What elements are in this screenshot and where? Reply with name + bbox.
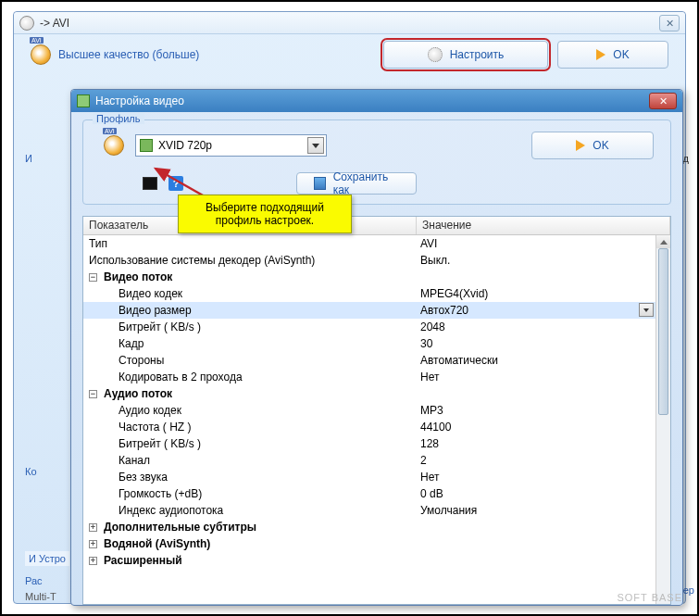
grid-row[interactable]: Видео кодекMPEG4(Xvid) bbox=[83, 285, 655, 302]
bg-text: И bbox=[25, 153, 32, 164]
row-value: 128 bbox=[417, 435, 655, 452]
arrow-right-icon bbox=[596, 49, 605, 60]
row-value: 2048 bbox=[417, 319, 655, 335]
row-value: MPEG4(Xvid) bbox=[417, 285, 655, 302]
row-key: Расширенный bbox=[104, 552, 182, 569]
row-key: Водяной (AviSynth) bbox=[104, 535, 210, 552]
avi-format-icon bbox=[104, 135, 124, 156]
profile-legend: Профиль bbox=[93, 113, 144, 124]
grid-row[interactable]: +Расширенный bbox=[83, 552, 655, 569]
tooltip-callout: Выберите подходящий профиль настроек. bbox=[178, 195, 352, 233]
gear-icon bbox=[19, 16, 34, 31]
expander-icon[interactable]: + bbox=[89, 523, 97, 532]
grid-row[interactable]: −Аудио поток bbox=[83, 385, 655, 402]
row-key: Битрейт ( KB/s ) bbox=[119, 435, 201, 452]
row-value: Нет bbox=[417, 469, 655, 485]
parent-ok-button[interactable]: OK bbox=[557, 41, 668, 69]
row-value bbox=[417, 269, 655, 285]
row-value bbox=[417, 385, 655, 402]
row-key: Кодировать в 2 прохода bbox=[119, 369, 243, 385]
row-key: Индекс аудиопотока bbox=[119, 502, 223, 519]
chevron-down-icon[interactable] bbox=[639, 303, 654, 317]
grid-row[interactable]: Использование системы декодер (AviSynth)… bbox=[83, 252, 655, 269]
row-key: Аудио поток bbox=[104, 385, 172, 402]
row-key: Громкость (+dB) bbox=[119, 485, 202, 502]
quality-label: Высшее качество (больше) bbox=[58, 48, 199, 61]
bg-text: Рас bbox=[25, 575, 43, 586]
grid-row[interactable]: Видео размерАвтох720 bbox=[83, 302, 655, 319]
row-value: Автоматически bbox=[417, 352, 655, 369]
child-title: Настройка видео bbox=[95, 94, 184, 107]
expander-icon[interactable]: + bbox=[89, 557, 97, 565]
row-key: Частота ( HZ ) bbox=[119, 419, 191, 435]
chevron-down-icon[interactable] bbox=[307, 137, 324, 154]
grid-row[interactable]: −Видео поток bbox=[83, 269, 655, 285]
callout-line2: профиль настроек. bbox=[186, 214, 343, 227]
row-value: MP3 bbox=[417, 402, 655, 419]
video-icon bbox=[77, 94, 90, 107]
grid-row[interactable]: Без звукаНет bbox=[83, 469, 655, 485]
vertical-scrollbar[interactable] bbox=[655, 235, 670, 604]
row-key: Кадр bbox=[119, 335, 144, 352]
expander-icon[interactable]: − bbox=[89, 390, 97, 398]
row-value: 30 bbox=[417, 335, 655, 352]
row-value: Умолчания bbox=[417, 502, 655, 519]
avi-format-icon bbox=[31, 44, 51, 65]
grid-row[interactable]: ТипAVI bbox=[83, 235, 655, 252]
row-key: Канал bbox=[119, 452, 150, 469]
row-key: Видео кодек bbox=[119, 285, 182, 302]
grid-row[interactable]: Аудио кодекMP3 bbox=[83, 402, 655, 419]
row-key: Тип bbox=[89, 235, 107, 252]
scroll-up-icon[interactable] bbox=[656, 235, 670, 248]
parent-close-button[interactable]: ✕ bbox=[659, 15, 680, 31]
grid-row[interactable]: Канал2 bbox=[83, 452, 655, 469]
grid-row[interactable]: Битрейт ( KB/s )2048 bbox=[83, 319, 655, 335]
grid-row[interactable]: СтороныАвтоматически bbox=[83, 352, 655, 369]
bg-text: Multi-T bbox=[25, 591, 56, 602]
grid-row[interactable]: +Водяной (AviSynth) bbox=[83, 535, 655, 552]
row-key: Видео поток bbox=[104, 269, 172, 285]
grid-row[interactable]: Кадр30 bbox=[83, 335, 655, 352]
grid-row[interactable]: Индекс аудиопотокаУмолчания bbox=[83, 502, 655, 519]
row-key: Видео размер bbox=[119, 302, 192, 319]
grid-row[interactable]: Громкость (+dB)0 dB bbox=[83, 485, 655, 502]
row-value bbox=[417, 519, 655, 535]
grid-header: Показатель Значение bbox=[83, 217, 670, 235]
parent-title: -> AVI bbox=[40, 17, 69, 30]
expander-icon[interactable]: − bbox=[89, 273, 97, 282]
child-titlebar: Настройка видео ✕ bbox=[71, 90, 682, 112]
grid-row[interactable]: Кодировать в 2 проходаНет bbox=[83, 369, 655, 385]
parent-toolbar: Высшее качество (больше) Настроить OK bbox=[14, 34, 685, 75]
row-key: Без звука bbox=[119, 469, 168, 485]
row-value: AVI bbox=[417, 235, 655, 252]
parent-titlebar: -> AVI ✕ bbox=[14, 12, 685, 34]
row-key: Использование системы декодер (AviSynth) bbox=[89, 252, 315, 269]
row-value: 2 bbox=[417, 452, 655, 469]
row-value bbox=[417, 535, 655, 552]
arrow-right-icon bbox=[576, 140, 585, 151]
quality-block: Высшее качество (больше) bbox=[31, 44, 374, 65]
grid-row[interactable]: Частота ( HZ )44100 bbox=[83, 419, 655, 435]
grid-row[interactable]: +Дополнительные субтитры bbox=[83, 519, 655, 535]
grid-header-value[interactable]: Значение bbox=[417, 217, 670, 234]
configure-button[interactable]: Настроить bbox=[383, 41, 548, 69]
row-key: Дополнительные субтитры bbox=[104, 519, 256, 535]
child-ok-label: OK bbox=[593, 139, 608, 152]
child-close-button[interactable]: ✕ bbox=[649, 93, 677, 109]
settings-grid: Показатель Значение ТипAVIИспользование … bbox=[82, 216, 671, 605]
row-value[interactable]: Автох720 bbox=[417, 302, 655, 319]
row-key: Стороны bbox=[119, 352, 164, 369]
callout-line1: Выберите подходящий bbox=[186, 201, 343, 214]
bg-text: Ко bbox=[25, 466, 37, 477]
scroll-thumb[interactable] bbox=[658, 248, 668, 415]
expander-icon[interactable]: + bbox=[89, 540, 97, 548]
save-disk-icon bbox=[314, 177, 326, 190]
row-key: Аудио кодек bbox=[119, 402, 181, 419]
row-value: Нет bbox=[417, 369, 655, 385]
configure-label: Настроить bbox=[450, 48, 505, 61]
profile-dropdown[interactable]: XVID 720p bbox=[135, 134, 327, 157]
watermark: SOFT BASE bbox=[617, 592, 682, 603]
child-ok-button[interactable]: OK bbox=[531, 132, 654, 159]
save-as-button[interactable]: Сохранить как bbox=[296, 172, 417, 195]
grid-row[interactable]: Битрейт ( KB/s )128 bbox=[83, 435, 655, 452]
